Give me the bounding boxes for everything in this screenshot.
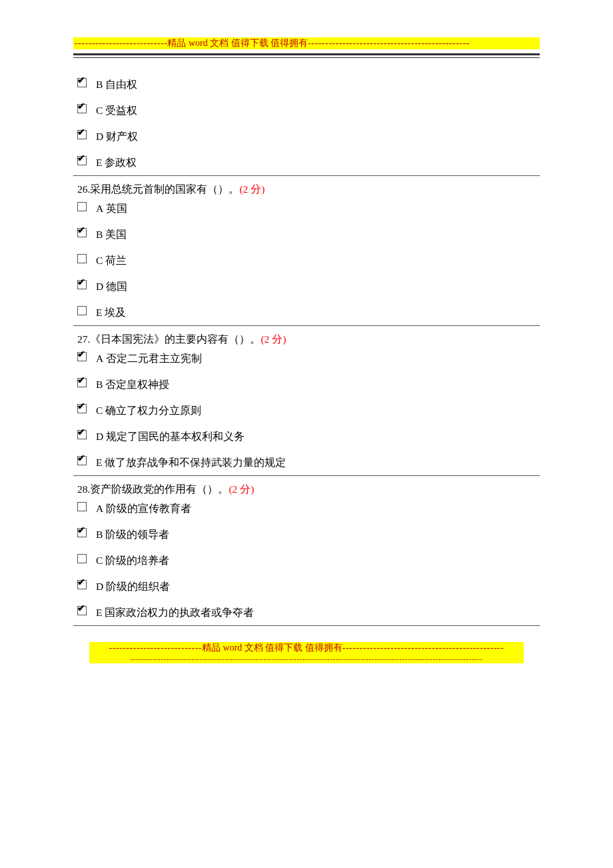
checkbox-icon[interactable] xyxy=(77,404,87,413)
question-points: (2 分) xyxy=(261,333,286,345)
question-stem: 26.采用总统元首制的国家有（）。(2 分) xyxy=(77,183,540,197)
question-body: 资产阶级政党的作用有（）。 xyxy=(90,483,229,495)
banner-suffix: 文档 值得下载 值得拥有 xyxy=(210,38,308,48)
option-label: D德国 xyxy=(96,280,127,294)
option-label: E埃及 xyxy=(96,306,126,320)
footer-banner-2: ----------------------------------------… xyxy=(89,654,524,663)
option-label: C确立了权力分立原则 xyxy=(96,404,201,418)
question-block: 28.资产阶级政党的作用有（）。(2 分)A阶级的宣传教育者B阶级的领导者C阶级… xyxy=(73,476,540,626)
option-letter: B xyxy=(96,79,103,90)
checkbox-icon[interactable] xyxy=(77,352,87,361)
question-stem: 27.《日本国宪法》的主要内容有（）。(2 分) xyxy=(77,333,540,347)
option-text: 受益权 xyxy=(105,105,137,116)
checkbox-icon[interactable] xyxy=(77,456,87,465)
question-block: 27.《日本国宪法》的主要内容有（）。(2 分)A否定二元君主立宪制B否定皇权神… xyxy=(73,326,540,476)
option-row: C确立了权力分立原则 xyxy=(77,404,540,418)
option-label: A否定二元君主立宪制 xyxy=(96,352,202,366)
option-letter: A xyxy=(96,503,103,514)
option-row: A阶级的宣传教育者 xyxy=(77,502,540,516)
option-label: D规定了国民的基本权利和义务 xyxy=(96,430,245,444)
question-points: (2 分) xyxy=(239,183,265,195)
footer-dashes-right: ----------------------------------------… xyxy=(342,643,504,653)
option-text: 阶级的组织者 xyxy=(106,581,170,592)
banner-word: word xyxy=(189,38,208,48)
header-rule xyxy=(73,53,540,58)
option-letter: E xyxy=(96,157,102,168)
option-row: B美国 xyxy=(77,228,540,242)
checkbox-icon[interactable] xyxy=(77,254,87,263)
checkbox-icon[interactable] xyxy=(77,554,87,563)
option-text: 阶级的培养者 xyxy=(105,555,169,566)
checkbox-icon[interactable] xyxy=(77,78,87,87)
question-points: (2 分) xyxy=(229,483,254,495)
option-text: 美国 xyxy=(105,229,127,240)
checkbox-icon[interactable] xyxy=(77,430,87,439)
option-row: C阶级的培养者 xyxy=(77,554,540,568)
option-label: E国家政治权力的执政者或争夺者 xyxy=(96,606,254,620)
option-letter: A xyxy=(96,353,103,364)
option-text: 埃及 xyxy=(105,307,126,318)
option-label: A阶级的宣传教育者 xyxy=(96,502,191,516)
option-text: 否定二元君主立宪制 xyxy=(106,353,202,364)
footer-prefix: 精品 xyxy=(202,643,221,653)
question-body: 《日本国宪法》的主要内容有（）。 xyxy=(90,333,261,345)
checkbox-icon[interactable] xyxy=(77,280,87,289)
document-page: ---------------------------精品 word 文档 值得… xyxy=(0,0,613,690)
option-label: D阶级的组织者 xyxy=(96,580,170,594)
option-text: 确立了权力分立原则 xyxy=(105,405,201,416)
option-label: B阶级的领导者 xyxy=(96,528,169,542)
option-text: 规定了国民的基本权利和义务 xyxy=(106,431,245,442)
footer-dashes-left: --------------------------- xyxy=(109,643,202,653)
option-label: E参政权 xyxy=(96,156,137,170)
option-row: C荷兰 xyxy=(77,254,540,268)
option-row: D阶级的组织者 xyxy=(77,580,540,594)
option-letter: D xyxy=(96,431,103,442)
option-label: A英国 xyxy=(96,202,127,216)
checkbox-icon[interactable] xyxy=(77,606,87,615)
option-label: B美国 xyxy=(96,228,127,242)
option-text: 阶级的宣传教育者 xyxy=(106,503,191,514)
option-text: 否定皇权神授 xyxy=(105,379,169,390)
question-body: 采用总统元首制的国家有（）。 xyxy=(90,183,239,195)
option-letter: A xyxy=(96,203,103,214)
option-row: E参政权 xyxy=(77,156,540,170)
checkbox-icon[interactable] xyxy=(77,156,87,165)
option-letter: C xyxy=(96,255,103,266)
option-row: E做了放弃战争和不保持武装力量的规定 xyxy=(77,456,540,470)
option-letter: B xyxy=(96,529,103,540)
header-banner-wrap: ---------------------------精品 word 文档 值得… xyxy=(0,37,613,49)
option-text: 做了放弃战争和不保持武装力量的规定 xyxy=(105,457,286,468)
question-block: B自由权C受益权D财产权E参政权 xyxy=(73,71,540,176)
option-row: B否定皇权神授 xyxy=(77,378,540,392)
option-row: C受益权 xyxy=(77,104,540,118)
option-letter: E xyxy=(96,457,102,468)
header-rule-wrap xyxy=(0,53,613,58)
questions-content: B自由权C受益权D财产权E参政权26.采用总统元首制的国家有（）。(2 分)A英… xyxy=(0,71,613,626)
checkbox-icon[interactable] xyxy=(77,202,87,211)
checkbox-icon[interactable] xyxy=(77,130,87,139)
option-row: D规定了国民的基本权利和义务 xyxy=(77,430,540,444)
checkbox-icon[interactable] xyxy=(77,104,87,113)
option-letter: E xyxy=(96,607,102,618)
checkbox-icon[interactable] xyxy=(77,228,87,237)
banner-dashes-left: --------------------------- xyxy=(75,38,167,48)
option-text: 自由权 xyxy=(105,79,137,90)
checkbox-icon[interactable] xyxy=(77,378,87,387)
checkbox-icon[interactable] xyxy=(77,502,87,511)
option-label: D财产权 xyxy=(96,130,138,144)
question-number: 26. xyxy=(77,183,90,195)
option-letter: C xyxy=(96,105,103,116)
option-row: B自由权 xyxy=(77,78,540,92)
option-row: D德国 xyxy=(77,280,540,294)
checkbox-icon[interactable] xyxy=(77,306,87,315)
checkbox-icon[interactable] xyxy=(77,528,87,537)
option-text: 参政权 xyxy=(105,157,137,168)
checkbox-icon[interactable] xyxy=(77,580,87,589)
footer-word: word xyxy=(223,643,242,653)
option-text: 荷兰 xyxy=(105,255,127,266)
option-row: E国家政治权力的执政者或争夺者 xyxy=(77,606,540,620)
option-letter: B xyxy=(96,229,103,240)
option-label: C阶级的培养者 xyxy=(96,554,169,568)
option-row: B阶级的领导者 xyxy=(77,528,540,542)
option-text: 国家政治权力的执政者或争夺者 xyxy=(105,607,254,618)
